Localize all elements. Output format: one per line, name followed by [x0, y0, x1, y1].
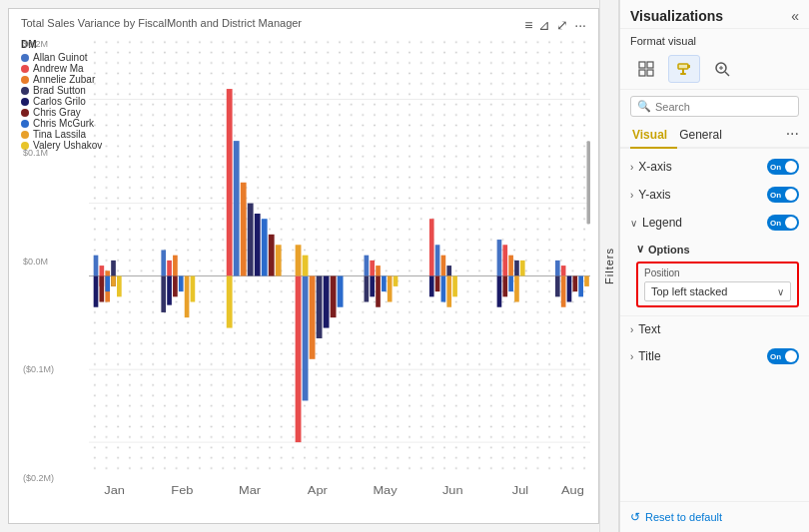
- format-visual-label: Format visual: [620, 29, 809, 51]
- position-box: Position Top left stacked ∨: [636, 262, 799, 307]
- svg-rect-57: [376, 276, 381, 307]
- right-panel: Visualizations « Format visual: [619, 0, 809, 532]
- title-chevron: ›: [630, 351, 633, 362]
- svg-rect-84: [572, 276, 577, 292]
- svg-rect-50: [296, 245, 302, 275]
- title-toggle[interactable]: On: [767, 348, 799, 364]
- svg-rect-32: [185, 276, 190, 318]
- y-axis-labels: $0.2M$0.1M$0.0M($0.1M)($0.2M): [23, 39, 54, 483]
- expand-icon[interactable]: ⤢: [556, 17, 568, 33]
- text-section[interactable]: › Text: [620, 315, 809, 342]
- more-icon[interactable]: ···: [574, 17, 586, 33]
- svg-text:Jan: Jan: [104, 484, 125, 497]
- svg-rect-41: [276, 245, 282, 275]
- svg-rect-61: [429, 219, 434, 275]
- svg-rect-26: [167, 261, 172, 276]
- svg-rect-48: [331, 276, 337, 318]
- y-axis-label: ($0.2M): [23, 473, 54, 483]
- svg-rect-36: [241, 183, 247, 276]
- text-chevron: ›: [630, 324, 633, 335]
- svg-rect-91: [647, 70, 653, 76]
- x-axis-section[interactable]: › X-axis On: [620, 153, 809, 181]
- search-icon: 🔍: [637, 100, 651, 113]
- handle-icon: ≡: [524, 17, 532, 33]
- svg-text:Mar: Mar: [239, 484, 261, 497]
- x-axis-toggle[interactable]: On: [767, 159, 799, 175]
- chart-svg: Jan Feb Mar Apr May Jun Jul Aug: [89, 37, 590, 515]
- svg-rect-59: [388, 276, 393, 302]
- svg-rect-65: [429, 276, 434, 297]
- title-section[interactable]: › Title On: [620, 342, 809, 370]
- format-icons-row: [620, 51, 809, 90]
- legend-label: ∨ Legend: [630, 216, 682, 230]
- options-label: ∨ Options: [636, 241, 799, 262]
- svg-rect-27: [173, 256, 178, 276]
- y-axis-section[interactable]: › Y-axis On: [620, 181, 809, 209]
- y-axis-label: $0.2M: [23, 39, 54, 49]
- title-section-label: › Title: [630, 349, 661, 363]
- svg-rect-55: [365, 276, 370, 302]
- svg-rect-72: [508, 256, 513, 276]
- svg-rect-86: [584, 276, 589, 286]
- svg-rect-20: [94, 276, 99, 307]
- svg-text:Apr: Apr: [308, 484, 328, 497]
- svg-rect-85: [578, 276, 583, 297]
- svg-rect-40: [269, 235, 275, 276]
- y-axis-toggle[interactable]: On: [767, 187, 799, 203]
- svg-rect-22: [105, 276, 110, 292]
- filters-tab[interactable]: Filters: [599, 0, 619, 532]
- title-toggle-knob: [785, 350, 797, 362]
- table-format-icon[interactable]: [630, 55, 662, 83]
- svg-rect-62: [435, 245, 440, 275]
- tab-more[interactable]: ···: [786, 125, 799, 145]
- svg-rect-44: [303, 276, 309, 401]
- svg-rect-64: [446, 266, 451, 275]
- position-dropdown[interactable]: Top left stacked ∨: [644, 281, 791, 301]
- legend-toggle-knob: [785, 217, 797, 229]
- search-box[interactable]: 🔍: [630, 96, 799, 117]
- filter-icon[interactable]: ⊿: [538, 17, 550, 33]
- svg-rect-87: [586, 141, 590, 224]
- paint-format-icon[interactable]: [668, 55, 700, 83]
- legend-chevron: ∨: [630, 218, 637, 229]
- x-axis-chevron: ›: [630, 162, 633, 173]
- tab-visual[interactable]: Visual: [630, 123, 677, 149]
- svg-rect-33: [191, 276, 196, 302]
- svg-rect-75: [497, 276, 502, 307]
- y-axis-toggle-knob: [785, 189, 797, 201]
- y-axis-chevron: ›: [630, 190, 633, 201]
- legend-toggle[interactable]: On: [767, 215, 799, 231]
- svg-rect-77: [508, 276, 513, 292]
- reset-row[interactable]: ↺ Reset to default: [620, 501, 809, 532]
- analytics-format-icon[interactable]: [706, 55, 738, 83]
- svg-rect-92: [678, 64, 688, 69]
- svg-rect-56: [370, 276, 375, 297]
- collapse-panel-icon[interactable]: «: [791, 8, 799, 24]
- chart-area: ≡ ⊿ ⤢ ··· Total Sales Variance by Fiscal…: [8, 8, 599, 524]
- svg-rect-80: [561, 266, 566, 275]
- svg-rect-28: [161, 276, 166, 312]
- tab-general[interactable]: General: [677, 123, 732, 149]
- svg-rect-79: [555, 261, 560, 276]
- svg-rect-90: [639, 70, 645, 76]
- filters-label: Filters: [603, 248, 615, 284]
- text-label: › Text: [630, 322, 660, 336]
- svg-rect-78: [514, 276, 519, 302]
- position-value: Top left stacked: [651, 285, 727, 297]
- position-label: Position: [644, 267, 791, 278]
- svg-rect-73: [514, 261, 519, 276]
- svg-rect-67: [441, 276, 446, 302]
- svg-rect-37: [248, 204, 254, 276]
- options-chevron: ∨: [636, 243, 644, 256]
- svg-rect-74: [520, 261, 525, 276]
- svg-rect-76: [502, 276, 507, 297]
- svg-rect-25: [161, 250, 166, 275]
- search-input[interactable]: [655, 101, 792, 113]
- svg-rect-95: [687, 65, 690, 68]
- svg-rect-58: [382, 276, 387, 292]
- y-axis-label: $0.0M: [23, 257, 54, 266]
- svg-rect-16: [94, 256, 99, 276]
- legend-section[interactable]: ∨ Legend On: [620, 209, 809, 237]
- chart-title: Total Sales Variance by FiscalMonth and …: [21, 17, 302, 29]
- svg-line-97: [725, 72, 729, 76]
